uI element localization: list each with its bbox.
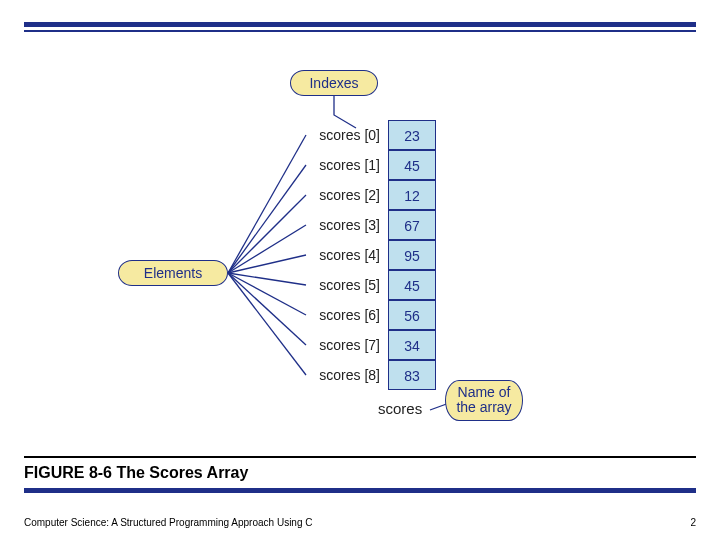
array-cell: 67 — [388, 210, 436, 240]
array-cell: 23 — [388, 120, 436, 150]
array-cell: 34 — [388, 330, 436, 360]
caption-bar: FIGURE 8-6 The Scores Array — [24, 456, 696, 493]
array-cell: 56 — [388, 300, 436, 330]
index-label: scores [6] — [308, 307, 380, 323]
rule-caption-thick — [24, 488, 696, 493]
index-label: scores [0] — [308, 127, 380, 143]
svg-line-1 — [228, 165, 306, 273]
rule-top-thick — [24, 22, 696, 27]
index-label: scores [5] — [308, 277, 380, 293]
svg-line-3 — [228, 225, 306, 273]
callout-array-name: Name of the array — [445, 380, 523, 421]
diagram-area: Indexes Elements Name of the array score… — [0, 60, 720, 460]
svg-line-5 — [228, 273, 306, 285]
callout-elements-label: Elements — [144, 265, 202, 281]
figure-caption: FIGURE 8-6 The Scores Array — [24, 464, 696, 482]
page-footer: Computer Science: A Structured Programmi… — [24, 517, 696, 528]
footer-page-number: 2 — [690, 517, 696, 528]
svg-line-6 — [228, 273, 306, 315]
index-label: scores [2] — [308, 187, 380, 203]
footer-book-title: Computer Science: A Structured Programmi… — [24, 517, 312, 528]
rule-top-thin — [24, 30, 696, 32]
index-label: scores [7] — [308, 337, 380, 353]
index-label: scores [1] — [308, 157, 380, 173]
callout-name-line2: the array — [456, 399, 511, 415]
callout-indexes-label: Indexes — [309, 75, 358, 91]
array-cell: 45 — [388, 150, 436, 180]
svg-line-2 — [228, 195, 306, 273]
array-cell: 45 — [388, 270, 436, 300]
figure-number: FIGURE 8-6 — [24, 464, 112, 481]
array-cell: 83 — [388, 360, 436, 390]
array-name-label: scores — [378, 400, 422, 417]
svg-line-7 — [228, 273, 306, 345]
rule-caption-thin — [24, 456, 696, 458]
callout-name-line1: Name of — [458, 384, 511, 400]
svg-line-0 — [228, 135, 306, 273]
svg-line-4 — [228, 255, 306, 273]
array-cell: 12 — [388, 180, 436, 210]
index-label: scores [8] — [308, 367, 380, 383]
callout-indexes: Indexes — [290, 70, 378, 96]
index-label: scores [4] — [308, 247, 380, 263]
index-label: scores [3] — [308, 217, 380, 233]
array-cell: 95 — [388, 240, 436, 270]
figure-title: The Scores Array — [116, 464, 248, 481]
callout-elements: Elements — [118, 260, 228, 286]
svg-line-8 — [228, 273, 306, 375]
